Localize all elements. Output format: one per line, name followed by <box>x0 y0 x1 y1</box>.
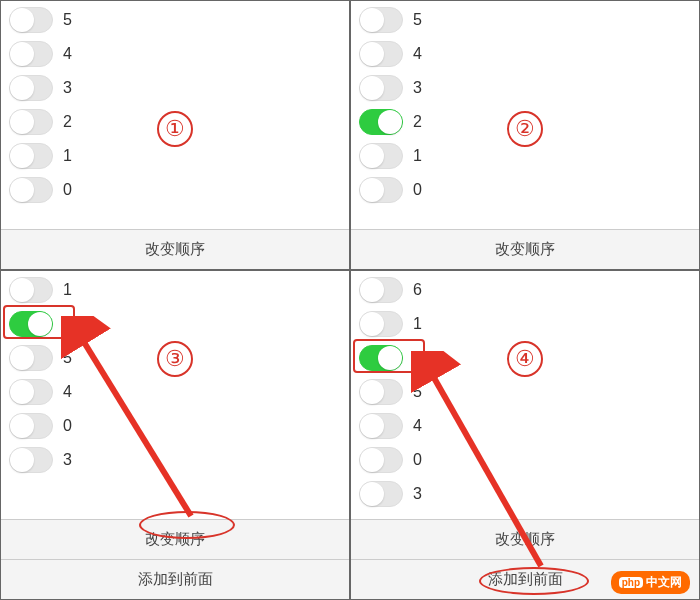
toggle-switch[interactable] <box>9 447 53 473</box>
toggle-switch[interactable] <box>9 143 53 169</box>
row-label: 0 <box>413 181 422 199</box>
row-label: 4 <box>63 383 72 401</box>
step-badge-3: ③ <box>157 341 193 377</box>
list-item: 0 <box>1 409 349 443</box>
step-badge-2: ② <box>507 111 543 147</box>
button-label: 改变顺序 <box>495 530 555 549</box>
toggle-switch[interactable] <box>359 345 403 371</box>
list-item: 1 <box>351 307 699 341</box>
toggle-switch[interactable] <box>359 109 403 135</box>
row-label: 2 <box>413 113 422 131</box>
row-label: 3 <box>63 451 72 469</box>
step-badge-4: ④ <box>507 341 543 377</box>
button-label: 改变顺序 <box>145 530 205 549</box>
panel-1: 5 4 3 2 1 0 改变顺序 ① <box>0 0 350 270</box>
row-label: 4 <box>413 45 422 63</box>
list-item: 5 <box>351 3 699 37</box>
panel-3: 1 2 5 4 0 3 改变顺序 添加到前面 ③ <box>0 270 350 600</box>
button-label: 改变顺序 <box>495 240 555 259</box>
row-label: 2 <box>63 113 72 131</box>
list-item: 1 <box>1 273 349 307</box>
toggle-switch[interactable] <box>359 7 403 33</box>
change-order-button[interactable]: 改变顺序 <box>1 229 349 269</box>
list-item: 0 <box>351 173 699 207</box>
list-item: 0 <box>1 173 349 207</box>
list-item: 2 <box>1 307 349 341</box>
list-item: 5 <box>1 3 349 37</box>
button-label: 改变顺序 <box>145 240 205 259</box>
rows-area: 6 1 2 5 4 0 3 <box>351 271 699 519</box>
row-label: 4 <box>413 417 422 435</box>
toggle-switch[interactable] <box>359 143 403 169</box>
row-label: 1 <box>413 147 422 165</box>
row-label: 3 <box>413 485 422 503</box>
row-label: 0 <box>63 181 72 199</box>
list-item: 4 <box>351 409 699 443</box>
row-label: 5 <box>63 349 72 367</box>
toggle-switch[interactable] <box>359 75 403 101</box>
list-item: 4 <box>1 375 349 409</box>
toggle-switch[interactable] <box>359 41 403 67</box>
add-to-front-button[interactable]: 添加到前面 <box>1 559 349 599</box>
list-item: 4 <box>1 37 349 71</box>
toggle-switch[interactable] <box>9 7 53 33</box>
row-label: 3 <box>63 79 72 97</box>
toggle-switch[interactable] <box>359 447 403 473</box>
toggle-switch[interactable] <box>9 75 53 101</box>
toggle-switch[interactable] <box>359 413 403 439</box>
panel-2: 5 4 3 2 1 0 改变顺序 ② <box>350 0 700 270</box>
row-label: 0 <box>63 417 72 435</box>
change-order-button[interactable]: 改变顺序 <box>351 229 699 269</box>
panel-4: 6 1 2 5 4 0 3 改变顺序 添加到前面 ④ <box>350 270 700 600</box>
toggle-switch[interactable] <box>9 311 53 337</box>
toggle-switch[interactable] <box>9 109 53 135</box>
button-label: 添加到前面 <box>488 570 563 589</box>
row-label: 0 <box>413 451 422 469</box>
row-label: 1 <box>63 147 72 165</box>
list-item: 0 <box>351 443 699 477</box>
change-order-button[interactable]: 改变顺序 <box>351 519 699 559</box>
row-label: 4 <box>63 45 72 63</box>
list-item: 3 <box>351 71 699 105</box>
row-label: 1 <box>63 281 72 299</box>
row-label: 5 <box>413 383 422 401</box>
toggle-switch[interactable] <box>359 177 403 203</box>
list-item: 6 <box>351 273 699 307</box>
row-label: 5 <box>413 11 422 29</box>
toggle-switch[interactable] <box>9 177 53 203</box>
watermark-prefix: php <box>619 577 643 588</box>
list-item: 4 <box>351 37 699 71</box>
toggle-switch[interactable] <box>359 277 403 303</box>
toggle-switch[interactable] <box>9 345 53 371</box>
step-badge-1: ① <box>157 111 193 147</box>
toggle-switch[interactable] <box>359 311 403 337</box>
row-label: 1 <box>413 315 422 333</box>
change-order-button[interactable]: 改变顺序 <box>1 519 349 559</box>
toggle-switch[interactable] <box>359 379 403 405</box>
rows-area: 1 2 5 4 0 3 <box>1 271 349 519</box>
row-label: 3 <box>413 79 422 97</box>
row-label: 2 <box>413 349 422 367</box>
list-item: 3 <box>351 477 699 511</box>
list-item: 5 <box>351 375 699 409</box>
toggle-switch[interactable] <box>9 41 53 67</box>
row-label: 6 <box>413 281 422 299</box>
watermark-badge: php 中文网 <box>611 571 690 594</box>
toggle-switch[interactable] <box>9 277 53 303</box>
toggle-switch[interactable] <box>9 379 53 405</box>
row-label: 2 <box>63 315 72 333</box>
list-item: 3 <box>1 71 349 105</box>
watermark-text: 中文网 <box>646 574 682 591</box>
list-item: 3 <box>1 443 349 477</box>
toggle-switch[interactable] <box>359 481 403 507</box>
toggle-switch[interactable] <box>9 413 53 439</box>
row-label: 5 <box>63 11 72 29</box>
button-label: 添加到前面 <box>138 570 213 589</box>
